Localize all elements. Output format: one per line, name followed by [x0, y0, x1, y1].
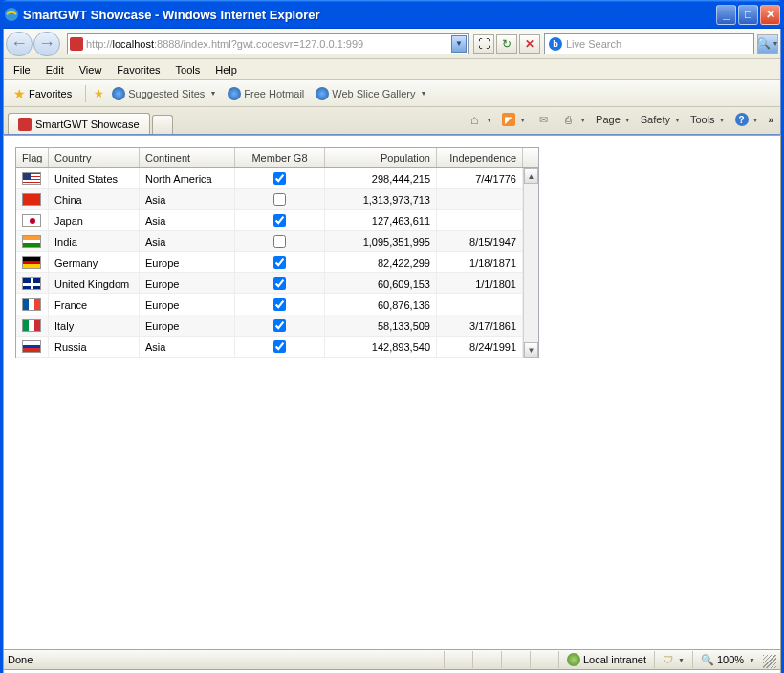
menu-view[interactable]: View [72, 62, 110, 77]
forward-button[interactable]: → [33, 32, 60, 56]
add-fav-icon[interactable]: ★ [94, 87, 104, 100]
cell-country: India [49, 231, 140, 251]
g8-checkbox[interactable] [273, 256, 286, 269]
g8-checkbox[interactable] [273, 172, 286, 185]
g8-checkbox[interactable] [273, 193, 286, 206]
web-slice-link[interactable]: Web Slice Gallery ▼ [312, 86, 430, 101]
g8-checkbox[interactable] [273, 298, 286, 311]
ie-icon [228, 87, 241, 100]
col-population[interactable]: Population [325, 148, 437, 167]
g8-checkbox[interactable] [273, 319, 286, 332]
status-seg [530, 651, 558, 668]
cell-flag [16, 168, 49, 188]
read-mail-button[interactable]: ✉ [533, 111, 554, 128]
refresh-button[interactable]: ↻ [496, 34, 517, 54]
menu-favorites[interactable]: Favorites [109, 62, 167, 77]
chevron-down-icon: ▼ [209, 90, 216, 97]
g8-checkbox[interactable] [273, 235, 286, 248]
favorites-label: Favorites [29, 88, 72, 99]
cell-g8 [235, 315, 325, 336]
table-row[interactable]: ItalyEurope58,133,5093/17/1861 [16, 315, 538, 336]
webslice-label: Web Slice Gallery [332, 88, 415, 99]
table-row[interactable]: United StatesNorth America298,444,2157/4… [16, 168, 538, 189]
cell-flag [16, 189, 49, 209]
favorites-button[interactable]: ★ Favorites [8, 84, 77, 103]
search-button[interactable]: 🔍 ▼ [757, 34, 778, 54]
table-row[interactable]: United KingdomEurope60,609,1531/1/1801 [16, 273, 538, 294]
cell-g8 [235, 294, 325, 315]
search-input[interactable]: b Live Search [544, 33, 754, 54]
table-row[interactable]: FranceEurope60,876,136 [16, 294, 538, 315]
menu-tools[interactable]: Tools [168, 62, 208, 77]
address-dropdown[interactable]: ▼ [451, 35, 467, 53]
status-bar: Done Local intranet 🛡 ▼ 🔍 100% ▼ [3, 649, 781, 670]
cell-independence: 1/18/1871 [437, 252, 523, 272]
globe-icon [567, 653, 580, 666]
menu-edit[interactable]: Edit [38, 62, 72, 77]
tab-smartgwt[interactable]: SmartGWT Showcase [8, 113, 150, 134]
cell-continent: Europe [140, 273, 235, 293]
flag-icon [22, 214, 41, 227]
cell-g8 [235, 336, 325, 357]
cell-g8 [235, 231, 325, 251]
col-flag[interactable]: Flag [16, 148, 49, 167]
suggested-label: Suggested Sites [128, 88, 205, 99]
mail-icon: ✉ [535, 112, 551, 127]
table-row[interactable]: RussiaAsia142,893,5408/24/1991 [16, 336, 538, 358]
col-country[interactable]: Country [49, 148, 140, 167]
chevron-down-icon: ▼ [421, 90, 427, 97]
help-button[interactable]: ?▼ [732, 112, 762, 127]
print-button[interactable]: ⎙▼ [557, 111, 589, 128]
table-row[interactable]: GermanyEurope82,422,2991/18/1871 [16, 252, 538, 273]
cell-continent: Europe [140, 252, 235, 272]
cell-population: 60,609,153 [325, 273, 437, 293]
table-row[interactable]: JapanAsia127,463,611 [16, 210, 538, 231]
status-zone[interactable]: Local intranet [558, 651, 654, 668]
col-g8[interactable]: Member G8 [235, 148, 325, 167]
scroll-up-button[interactable]: ▲ [524, 168, 538, 184]
favorites-bar: ★ Favorites ★ Suggested Sites ▼ Free Hot… [4, 80, 780, 107]
col-continent[interactable]: Continent [140, 148, 235, 167]
menu-help[interactable]: Help [207, 62, 245, 77]
overflow-button[interactable]: » [765, 114, 776, 126]
feeds-button[interactable]: ◤▼ [499, 112, 529, 127]
zoom-button[interactable]: 🔍 100% ▼ [692, 651, 763, 668]
g8-checkbox[interactable] [273, 214, 286, 227]
page-menu[interactable]: Page▼ [593, 113, 634, 126]
cell-independence: 1/1/1801 [437, 273, 523, 293]
protected-mode[interactable]: 🛡 ▼ [654, 651, 692, 668]
back-button[interactable]: ← [6, 32, 33, 56]
suggested-sites-link[interactable]: Suggested Sites ▼ [108, 86, 220, 101]
cell-g8 [235, 252, 325, 272]
cell-g8 [235, 273, 325, 293]
grid-body: United StatesNorth America298,444,2157/4… [16, 168, 538, 358]
cell-independence: 8/24/1991 [437, 336, 523, 357]
menu-file[interactable]: File [6, 62, 38, 77]
table-row[interactable]: ChinaAsia1,313,973,713 [16, 189, 538, 210]
safety-menu[interactable]: Safety▼ [638, 113, 684, 126]
address-input[interactable]: http://localhost:8888/index.html?gwt.cod… [67, 33, 469, 54]
resize-grip[interactable] [763, 655, 776, 668]
star-icon: ★ [13, 86, 26, 101]
table-row[interactable]: IndiaAsia1,095,351,9958/15/1947 [16, 231, 538, 252]
tools-menu[interactable]: Tools▼ [687, 113, 729, 126]
cell-population: 58,133,509 [325, 315, 437, 336]
scroll-down-button[interactable]: ▼ [524, 342, 538, 358]
site-icon [70, 37, 83, 51]
stop-button[interactable]: ✕ [519, 34, 540, 54]
maximize-button[interactable]: □ [738, 5, 758, 25]
cell-g8 [235, 168, 325, 188]
g8-checkbox[interactable] [273, 340, 286, 353]
col-independence[interactable]: Independence [437, 148, 523, 167]
g8-checkbox[interactable] [273, 277, 286, 290]
new-tab-button[interactable] [152, 115, 173, 134]
home-button[interactable]: ⌂▼ [464, 111, 495, 128]
minimize-button[interactable]: _ [716, 5, 736, 25]
close-button[interactable]: ✕ [760, 5, 780, 25]
grid-scrollbar[interactable]: ▲ ▼ [523, 168, 538, 358]
url-text: http://localhost:8888/index.html?gwt.cod… [86, 38, 449, 50]
flag-icon [22, 319, 41, 332]
free-hotmail-link[interactable]: Free Hotmail [224, 86, 308, 101]
compat-button[interactable]: ⛶ [473, 34, 494, 54]
ie-icon [4, 7, 19, 22]
